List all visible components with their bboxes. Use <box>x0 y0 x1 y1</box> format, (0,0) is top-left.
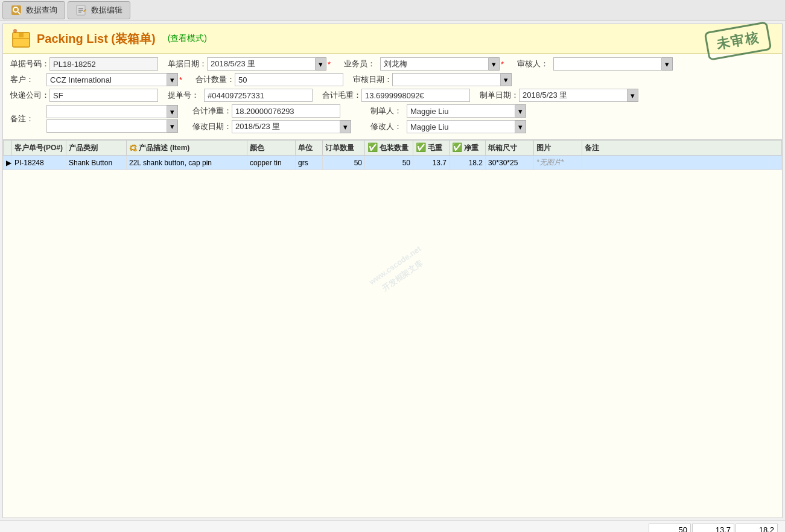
col-gross[interactable]: ✅ 毛重 <box>413 141 450 156</box>
total-net-display <box>736 524 778 532</box>
row-order-qty: 50 <box>323 156 365 170</box>
total-gross-label: 合计毛重： <box>322 90 361 101</box>
doc-no-input <box>49 57 158 71</box>
remark-input-2[interactable] <box>46 119 167 133</box>
row-po: PI-18248 <box>12 156 66 170</box>
top-nav: 数据查询 数据编辑 <box>0 0 785 21</box>
nav-edit-btn[interactable]: 数据编辑 <box>68 1 130 19</box>
customer-label: 客户： <box>10 74 46 85</box>
col-order-qty[interactable]: 订单数量 <box>323 141 365 156</box>
created-date-input[interactable] <box>519 89 628 102</box>
modify-date-input[interactable] <box>232 120 340 133</box>
tracking-label: 提单号： <box>168 90 204 101</box>
doc-date-label: 单据日期： <box>168 59 207 69</box>
header-bar: Packing List (装箱单) (查看模式) 未审核 <box>3 24 782 54</box>
data-table: 客户单号(PO#) 产品类别 🗯 产品描述 (Item) 颜色 单位 订单数量 … <box>3 140 782 170</box>
nav-edit-label: 数据编辑 <box>91 5 122 16</box>
reviewer-input[interactable] <box>553 57 662 71</box>
col-color[interactable]: 颜色 <box>247 141 296 156</box>
remark-dropdown-2[interactable]: ▾ <box>167 119 178 133</box>
remark-label: 备注： <box>10 113 46 124</box>
total-qty-display <box>649 524 691 532</box>
creator-dropdown[interactable]: ▾ <box>515 104 526 118</box>
table-header-row: 客户单号(PO#) 产品类别 🗯 产品描述 (Item) 颜色 单位 订单数量 … <box>4 141 782 156</box>
packing-icon <box>10 28 32 49</box>
watermark: www.cscode.net 开发框架文库 <box>366 243 431 299</box>
view-mode-label: (查看模式) <box>168 33 207 44</box>
created-date-dropdown[interactable]: ▾ <box>628 89 638 102</box>
salesperson-label: 业务员： <box>344 59 380 69</box>
customer-dropdown[interactable]: ▾ <box>167 73 178 86</box>
customer-required: * <box>179 75 182 84</box>
express-input[interactable] <box>49 89 158 102</box>
col-category[interactable]: 产品类别 <box>66 141 127 156</box>
salesperson-required: * <box>501 60 504 69</box>
row-category: Shank Button <box>66 156 127 170</box>
total-net-label: 合计净重： <box>192 106 232 116</box>
col-po[interactable]: 客户单号(PO#) <box>12 141 66 156</box>
review-date-input[interactable] <box>392 73 501 86</box>
totals-bar <box>0 521 785 532</box>
edit-icon <box>75 4 87 16</box>
modifier-label: 修改人： <box>370 121 407 132</box>
review-date-dropdown[interactable]: ▾ <box>501 73 512 86</box>
total-gross-input <box>361 89 470 102</box>
col-image[interactable]: 图片 <box>534 141 582 156</box>
table-wrap: 客户单号(PO#) 产品类别 🗯 产品描述 (Item) 颜色 单位 订单数量 … <box>3 139 782 170</box>
doc-date-input[interactable] <box>207 57 316 71</box>
col-remark[interactable]: 备注 <box>582 141 782 156</box>
row-gross: 13.7 <box>413 156 450 170</box>
tracking-input[interactable] <box>204 89 313 102</box>
col-box-size[interactable]: 纸箱尺寸 <box>486 141 534 156</box>
col-unit[interactable]: 单位 <box>296 141 323 156</box>
total-qty-label: 合计数量： <box>195 74 235 85</box>
col-description[interactable]: 🗯 产品描述 (Item) <box>127 141 247 156</box>
row-description: 22L shank button, cap pin <box>127 156 247 170</box>
modify-date-dropdown[interactable]: ▾ <box>340 120 351 133</box>
row-net: 18.2 <box>450 156 486 170</box>
row-unit: grs <box>296 156 323 170</box>
form-area: 单据号码： 单据日期： ▾ * 业务员： ▾ * 审核人： <box>3 54 782 139</box>
row-arrow: ▶ <box>4 156 12 170</box>
col-arrow <box>4 141 12 156</box>
creator-input[interactable] <box>407 104 515 118</box>
table-row[interactable]: ▶ PI-18248 Shank Button 22L shank button… <box>4 156 782 170</box>
table-body: ▶ PI-18248 Shank Button 22L shank button… <box>4 156 782 170</box>
remark-dropdown-1[interactable]: ▾ <box>167 105 178 118</box>
row-color: copper tin <box>247 156 296 170</box>
remark-input-1[interactable] <box>46 105 167 118</box>
svg-point-11 <box>13 29 17 33</box>
salesperson-dropdown[interactable]: ▾ <box>489 57 500 71</box>
modify-date-label: 修改日期： <box>192 121 232 132</box>
total-qty-input <box>235 73 343 86</box>
doc-no-label: 单据号码： <box>10 59 49 69</box>
main-area: Packing List (装箱单) (查看模式) 未审核 单据号码： 单据日期… <box>2 24 783 518</box>
review-date-label: 审核日期： <box>353 74 392 85</box>
creator-label: 制单人： <box>370 106 407 116</box>
customer-input[interactable] <box>46 73 167 86</box>
total-net-input <box>232 104 340 118</box>
row-pack-qty: 50 <box>365 156 413 170</box>
svg-rect-9 <box>19 33 24 37</box>
row-remark <box>582 156 782 170</box>
total-gross-display <box>692 524 734 532</box>
express-label: 快递公司： <box>10 90 49 101</box>
reviewer-dropdown[interactable]: ▾ <box>662 57 673 71</box>
created-date-label: 制单日期： <box>480 90 519 101</box>
modifier-dropdown[interactable]: ▾ <box>515 120 526 133</box>
col-pack-qty[interactable]: ✅ 包装数量 <box>365 141 413 156</box>
salesperson-input[interactable] <box>380 57 489 71</box>
page-title: Packing List (装箱单) <box>37 31 156 47</box>
col-net[interactable]: ✅ 净重 <box>450 141 486 156</box>
doc-date-required: * <box>328 60 331 69</box>
row-image: *无图片* <box>534 156 582 170</box>
reviewer-label: 审核人： <box>517 59 553 69</box>
nav-query-btn[interactable]: 数据查询 <box>2 1 65 19</box>
modifier-input[interactable] <box>407 120 515 133</box>
row-box-size: 30*30*25 <box>486 156 534 170</box>
nav-query-label: 数据查询 <box>26 5 57 16</box>
query-icon <box>10 4 22 16</box>
doc-date-dropdown[interactable]: ▾ <box>316 57 326 71</box>
